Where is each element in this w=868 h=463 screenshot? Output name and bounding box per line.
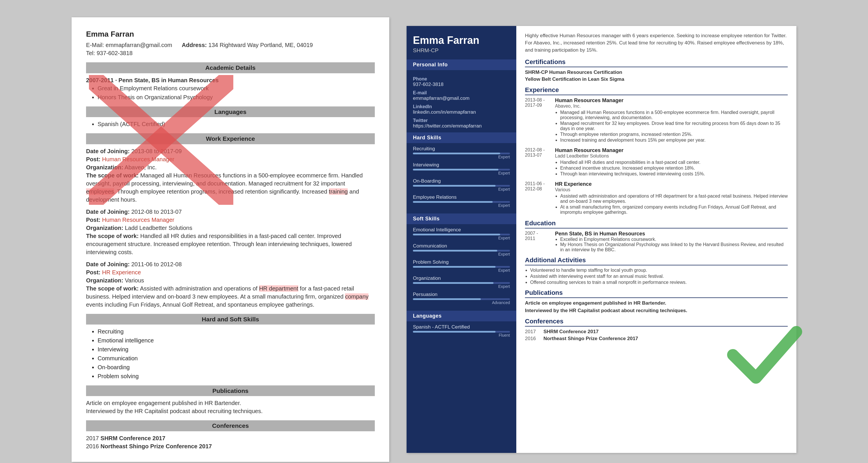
list-item: Increased training and development hours… xyxy=(560,138,788,143)
list-item: Assisted with interviewing event staff f… xyxy=(530,274,788,279)
certifications-title: Certifications xyxy=(525,58,788,67)
conf-entry-1: 2017 SHRM Conference 2017 xyxy=(525,329,788,335)
conferences-content: 2017 SHRM Conference 2017 2016 Northeast… xyxy=(86,434,375,450)
list-item: Emotional intelligence xyxy=(98,336,375,344)
linkedin-value: linkedin.com/in/emmapfarran xyxy=(413,109,510,115)
email-value: emmapfarran@gmail.com xyxy=(413,96,510,101)
skill-row: Employee Relations Expert xyxy=(413,194,510,208)
skill-row: Recruiting Expert xyxy=(413,146,510,159)
list-item: Problem solving xyxy=(98,372,375,380)
languages-title: Languages xyxy=(407,311,516,321)
email-value: emmapfarran@gmail.com xyxy=(106,42,172,48)
sidebar-name: Emma Farran xyxy=(413,35,510,46)
list-item: Interviewing xyxy=(98,345,375,353)
list-item: Communication xyxy=(98,354,375,362)
phone-value: 937-602-3818 xyxy=(413,81,510,88)
skills-section-title: Hard and Soft Skills xyxy=(86,314,375,325)
soft-skills-section: Emotional Intelligence Expert Communicat… xyxy=(407,224,516,311)
additional-list: Volunteered to handle temp staffing for … xyxy=(525,268,788,285)
linkedin-label: LinkedIn xyxy=(413,104,510,109)
twitter-value: https://twitter.com/emmapfarran xyxy=(413,123,510,129)
conferences-title: Conferences xyxy=(525,318,788,327)
list-item: Volunteered to handle temp staffing for … xyxy=(530,268,788,273)
address-value: 134 Rightward Way Portland, ME, 04019 xyxy=(209,42,313,48)
publications-content: Article on employee engagement published… xyxy=(86,399,375,415)
conf-entry-2: 2016 Northeast Shingo Prize Conference 2… xyxy=(525,336,788,341)
skill-row: Organization Expert xyxy=(413,275,510,289)
main-summary: Highly effective Human Resources manager… xyxy=(525,32,788,54)
skill-row: Communication Expert xyxy=(413,243,510,257)
exp-entry-1: 2013-08 -2017-09 Human Resources Manager… xyxy=(525,98,788,143)
experience-title: Experience xyxy=(525,86,788,95)
list-item: Spanish (ACTFL Certified) xyxy=(98,120,375,128)
list-item: My Honors Thesis on Organizational Psych… xyxy=(560,242,788,253)
edu-entry-1: 2007 -2011 Penn State, BS in Human Resou… xyxy=(525,231,788,253)
languages-section: Spanish - ACTFL Certified Fluent xyxy=(407,321,516,343)
exp-entry-3: 2011-06 -2012-08 HR Experience Various A… xyxy=(525,181,788,216)
list-item: 2016 Northeast Shingo Prize Conference 2… xyxy=(86,442,375,450)
publications-section-title: Publications xyxy=(86,386,375,396)
sidebar-personal: Phone 937-602-3818 E-mail emmapfarran@gm… xyxy=(407,70,516,132)
list-item: At a small manufacturing firm, organized… xyxy=(560,204,788,215)
address-label: Address: xyxy=(182,42,207,48)
skill-row: On-Boarding Expert xyxy=(413,178,510,192)
left-email-line: E-Mail: emmapfarran@gmail.com Address: 1… xyxy=(86,41,375,49)
list-item: Great in Employment Relations coursework xyxy=(98,84,375,92)
list-item: Through lean interviewing techniques, lo… xyxy=(560,171,705,176)
skill-row: Persuasion Advanced xyxy=(413,292,510,305)
list-item: Assisted with administration and operati… xyxy=(560,194,788,204)
list-item: Enhanced incentive structure. Increased … xyxy=(560,166,705,171)
list-item: Recruiting xyxy=(98,327,375,335)
left-tel-line: Tel: 937-602-3818 xyxy=(86,49,375,57)
pub-item: Interviewed by the HR Capitalist podcast… xyxy=(525,308,788,313)
cert-item: Yellow Belt Certification in Lean Six Si… xyxy=(525,76,788,82)
soft-skills-title: Soft Skills xyxy=(407,213,516,224)
hard-skills-title: Hard Skills xyxy=(407,132,516,143)
left-name: Emma Farran xyxy=(86,29,375,39)
tel-label: Tel: xyxy=(86,50,95,56)
personal-info-title: Personal Info xyxy=(407,59,516,70)
work-section-title: Work Experience xyxy=(86,133,375,144)
left-resume: Emma Farran E-Mail: emmapfarran@gmail.co… xyxy=(72,17,389,462)
right-sidebar: Emma Farran SHRM-CP Personal Info Phone … xyxy=(407,26,516,453)
skill-row: Problem Solving Expert xyxy=(413,259,510,273)
list-item: 2017 SHRM Conference 2017 xyxy=(86,434,375,442)
list-item: Handled all HR duties and responsibiliti… xyxy=(560,160,705,165)
languages-bullets: Spanish (ACTFL Certified) xyxy=(86,120,375,128)
email-label: E-Mail: xyxy=(86,42,104,48)
pub-item: Article on employee engagement published… xyxy=(525,300,788,306)
languages-section-title: Languages xyxy=(86,106,375,117)
sidebar-name-block: Emma Farran SHRM-CP xyxy=(407,26,516,59)
work-entry-3: Date of Joining: 2011-06 to 2012-08 Post… xyxy=(86,260,375,309)
academic-bullets: Great in Employment Relations coursework… xyxy=(86,84,375,101)
tel-value: 937-602-3818 xyxy=(97,50,133,56)
list-item: Offered consulting services to train a s… xyxy=(530,280,788,285)
skills-bullets: Recruiting Emotional intelligence Interv… xyxy=(86,327,375,380)
list-item: Managed recruitment for 32 key employees… xyxy=(560,121,788,131)
email-label: E-mail xyxy=(413,90,510,96)
cert-item: SHRM-CP Human Resources Certification xyxy=(525,69,788,75)
work-entry-2: Date of Joining: 2012-08 to 2013-07 Post… xyxy=(86,208,375,256)
academic-degree: 2007-2011 · Penn State, BS in Human Reso… xyxy=(86,77,219,84)
right-resume: Emma Farran SHRM-CP Personal Info Phone … xyxy=(407,26,796,453)
list-item: Excelled in Employment Relations coursew… xyxy=(560,237,788,242)
right-main: Highly effective Human Resources manager… xyxy=(516,26,796,453)
list-item: Managed all Human Resources functions in… xyxy=(560,110,788,120)
languages-content: Spanish (ACTFL Certified) xyxy=(86,120,375,128)
academic-content: 2007-2011 · Penn State, BS in Human Reso… xyxy=(86,76,375,101)
hard-skills-section: Recruiting Expert Interviewing Expert On… xyxy=(407,143,516,213)
conferences-section-title: Conferences xyxy=(86,420,375,431)
additional-title: Additional Activities xyxy=(525,257,788,265)
list-item: On-boarding xyxy=(98,363,375,371)
sidebar-cert: SHRM-CP xyxy=(413,47,510,54)
skill-row: Spanish - ACTFL Certified Fluent xyxy=(413,324,510,337)
academic-section-title: Academic Details xyxy=(86,62,375,73)
skill-row: Interviewing Expert xyxy=(413,162,510,175)
education-title: Education xyxy=(525,220,788,229)
list-item: Through employee retention programs, inc… xyxy=(560,132,788,137)
skill-row: Emotional Intelligence Expert xyxy=(413,227,510,240)
list-item: Honors Thesis on Organizational Psycholo… xyxy=(98,93,375,101)
work-entry-1: Date of Joining: 2013-08 to 2017-09 Post… xyxy=(86,147,375,204)
phone-label: Phone xyxy=(413,76,510,81)
publications-title: Publications xyxy=(525,289,788,298)
